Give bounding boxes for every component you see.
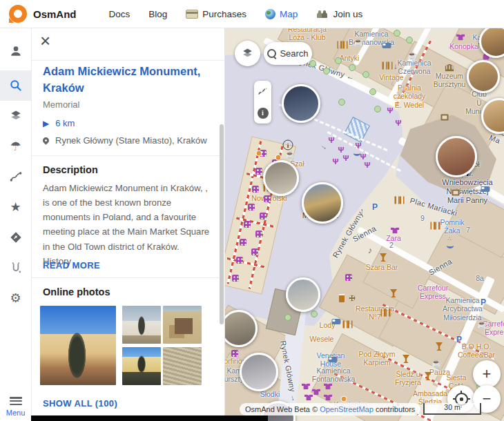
bottom-black-bar bbox=[31, 415, 268, 421]
map-search-button[interactable]: Search bbox=[264, 42, 312, 65]
utensils-icon bbox=[381, 309, 386, 317]
map-label: 7 bbox=[466, 226, 470, 234]
tree-icon bbox=[349, 64, 356, 71]
show-all-link[interactable]: SHOW ALL (100) bbox=[43, 398, 117, 409]
bed-icon bbox=[382, 43, 391, 48]
nav-docs[interactable]: Docs bbox=[109, 9, 130, 19]
photo-marker[interactable] bbox=[240, 353, 278, 391]
tree-icon bbox=[338, 99, 345, 106]
map-label: 8a bbox=[476, 274, 484, 282]
page-title: Adam Mickiewicz Monument, Kraków bbox=[43, 63, 211, 97]
scale-bar: 30 m bbox=[423, 403, 481, 415]
card-icon bbox=[186, 10, 198, 19]
left-icon-rail: ☂ ★ ⚙ Menu bbox=[0, 28, 32, 421]
tree-icon bbox=[394, 30, 400, 37]
tulip-icon: Ψ bbox=[387, 106, 394, 115]
arrow-icon: → bbox=[356, 208, 365, 215]
plus-icon: + bbox=[483, 365, 492, 383]
coffee-icon: ☕ bbox=[353, 37, 364, 47]
photo-marker[interactable] bbox=[286, 277, 320, 312]
tulip-icon: Ψ bbox=[333, 157, 339, 166]
map-label: Szara Bar bbox=[366, 263, 398, 271]
map-label: Słodki bbox=[260, 390, 280, 398]
tshirt-icon bbox=[312, 389, 320, 395]
sidebar-item-tracks[interactable] bbox=[0, 161, 31, 192]
tshirt-icon bbox=[456, 35, 465, 41]
map-label: Restauracja Loża - Klub bbox=[288, 28, 327, 41]
map-label: Antyki bbox=[340, 54, 360, 62]
search-icon bbox=[9, 79, 23, 92]
photo-marker[interactable] bbox=[467, 60, 500, 93]
tree-icon bbox=[311, 311, 318, 317]
distance-row: ▶ 6 km bbox=[43, 118, 75, 128]
gift-icon bbox=[255, 231, 262, 237]
search-label: Search bbox=[280, 48, 308, 59]
map-layers-button[interactable] bbox=[235, 41, 260, 66]
sidebar-item-settings[interactable]: ⚙ bbox=[0, 283, 31, 313]
photo-thumbnail[interactable] bbox=[163, 347, 202, 385]
sidebar-item-weather[interactable]: ☂ bbox=[0, 131, 31, 161]
map-label: 2 bbox=[389, 241, 394, 249]
read-more-link[interactable]: READ MORE bbox=[43, 260, 100, 271]
photo-thumbnail[interactable] bbox=[163, 306, 202, 344]
map-label: Śledź u Fryzjera bbox=[395, 370, 421, 387]
globe-icon bbox=[265, 9, 275, 19]
photo-thumbnail[interactable] bbox=[122, 306, 161, 344]
top-header: OsmAnd Docs Blog Purchases Map Join us bbox=[0, 0, 504, 28]
info-button[interactable]: i bbox=[258, 108, 269, 119]
photo-marker[interactable] bbox=[263, 160, 299, 196]
photo-thumbnail[interactable] bbox=[122, 347, 161, 385]
gift-icon bbox=[232, 275, 239, 282]
map-label: Zara bbox=[386, 234, 401, 242]
tulip-icon: Ψ bbox=[343, 154, 349, 162]
nav-blog[interactable]: Blog bbox=[148, 9, 167, 19]
sidebar-item-profile[interactable] bbox=[0, 36, 31, 66]
photo-thumbnail[interactable] bbox=[40, 306, 116, 385]
photo-marker[interactable] bbox=[302, 182, 343, 224]
tulip-icon: Ψ bbox=[360, 153, 367, 161]
photo-marker[interactable] bbox=[481, 98, 504, 134]
nav-purchases[interactable]: Purchases bbox=[186, 9, 246, 19]
sidebar-item-navigation[interactable] bbox=[0, 222, 31, 253]
coffee-icon: ☕ bbox=[477, 320, 487, 329]
zoom-in-button[interactable]: + bbox=[473, 360, 501, 388]
photo-marker[interactable] bbox=[436, 136, 477, 177]
map-label: Muzeum Bursztynu bbox=[434, 72, 466, 89]
menu-button[interactable] bbox=[10, 397, 22, 405]
utensils-icon bbox=[431, 222, 436, 230]
nav-join-us[interactable]: Join us bbox=[316, 9, 362, 19]
arrow-icon: → bbox=[393, 63, 401, 71]
utensils-icon bbox=[343, 321, 348, 329]
map-canvas[interactable]: Restauracja Loża - KlubKamienica Betmano… bbox=[224, 28, 504, 421]
direction-arrow-icon: ▶ bbox=[43, 119, 49, 128]
utensils-icon bbox=[343, 41, 348, 49]
utensils-icon bbox=[338, 41, 342, 49]
online-photos-heading: Online photos bbox=[43, 286, 110, 297]
map-label: Sienna bbox=[427, 257, 454, 277]
photo-marker[interactable] bbox=[479, 28, 504, 58]
tv-icon bbox=[452, 190, 460, 196]
track-tool-icon[interactable] bbox=[257, 86, 269, 97]
sidebar-item-favorites[interactable]: ★ bbox=[0, 192, 31, 222]
close-icon[interactable]: × bbox=[40, 32, 50, 50]
map-label: Kamienica Fontanowska bbox=[312, 366, 355, 384]
photo-marker[interactable] bbox=[224, 310, 258, 347]
museum-icon bbox=[445, 64, 454, 72]
menu-label[interactable]: Menu bbox=[0, 409, 31, 417]
sidebar-item-layers[interactable] bbox=[0, 101, 31, 131]
gift-icon bbox=[240, 239, 246, 246]
panel-scrollbar[interactable] bbox=[220, 124, 224, 324]
map-label: Pomnik Żaka bbox=[440, 218, 464, 235]
sidebar-item-search[interactable] bbox=[0, 70, 31, 101]
photo-marker[interactable] bbox=[282, 84, 320, 123]
nav-map[interactable]: Map bbox=[265, 9, 298, 19]
map-label: Pijalnia czekolady E. Wedel bbox=[394, 84, 426, 109]
fountain-icon bbox=[353, 148, 361, 156]
gift-icon bbox=[244, 221, 251, 228]
distance-value: 6 km bbox=[55, 118, 75, 128]
info-icon: i bbox=[283, 140, 293, 150]
openstreetmap-link[interactable]: OpenStreetMap bbox=[320, 405, 374, 413]
description-heading: Description bbox=[43, 164, 98, 175]
sidebar-item-plan-route[interactable] bbox=[0, 253, 31, 283]
bed-icon bbox=[481, 186, 490, 192]
